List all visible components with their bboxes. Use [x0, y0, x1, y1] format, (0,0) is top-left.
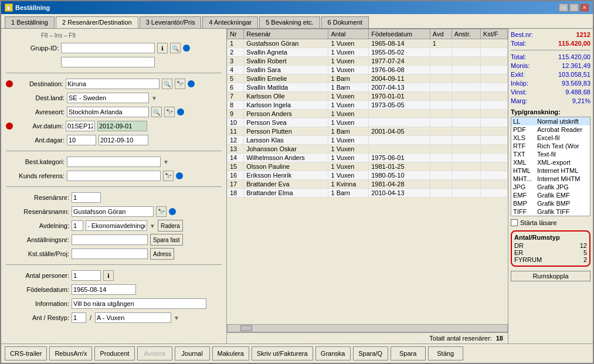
antal-personer-input[interactable]: [72, 270, 101, 281]
kundref-input[interactable]: [67, 171, 161, 181]
type-list-item[interactable]: LLNormal utskrift: [511, 117, 590, 125]
table-row[interactable]: 14 Wilhelmsson Anders 1 Vuxen 1975-06-01: [228, 154, 508, 162]
type-list-item[interactable]: EMFGrafik EMF: [511, 191, 590, 199]
table-row[interactable]: 2 Svallin Agneta 1 Vuxen 1955-05-02: [228, 48, 508, 57]
avreseort-input[interactable]: [67, 107, 149, 117]
close-button[interactable]: ✕: [580, 4, 589, 12]
fodelsedatum-input[interactable]: [72, 284, 136, 295]
adress-button[interactable]: Adress: [150, 248, 174, 260]
avdelning-nr-input[interactable]: [72, 220, 83, 231]
makulera-button[interactable]: Makulera: [212, 346, 249, 360]
skriv-button[interactable]: Skriv ut/Fakturera: [252, 346, 313, 360]
destland-row: Dest.land: ▼: [6, 92, 222, 104]
table-row[interactable]: 4 Svallin Sara 1 Vuxen 1976-06-08: [228, 66, 508, 74]
resenarsnamn-dot: [169, 208, 176, 215]
granska-button[interactable]: Granska: [315, 346, 351, 360]
grupp-id-input[interactable]: [61, 43, 155, 53]
resenarsnr-row: Resenärsnr:: [6, 192, 222, 203]
antdagar-input1[interactable]: [67, 135, 96, 145]
spara-q-button[interactable]: Spara/Q: [353, 346, 388, 360]
rumskoppla-button[interactable]: Rumskoppla: [511, 271, 590, 281]
minimize-button[interactable]: ─: [559, 4, 568, 12]
destination-search-icon[interactable]: 🔍: [162, 79, 172, 89]
avisera-button[interactable]: Avisera: [137, 346, 172, 360]
anstallningsnr-input[interactable]: [72, 234, 148, 245]
avreseort-binocular-icon[interactable]: 🔭: [164, 107, 175, 117]
avdelning-label: Avdelning:: [16, 222, 69, 229]
table-row[interactable]: 3 Svallin Robert 1 Vuxen 1977-07-24: [228, 57, 508, 66]
type-list-item[interactable]: TIFFGrafik TIFF: [511, 207, 590, 216]
tab-anteckningar[interactable]: 4 Anteckningar: [202, 16, 258, 28]
spara-fast-button[interactable]: Spara fast: [150, 234, 183, 246]
right-monis-label: Monis:: [511, 62, 529, 69]
type-list-item[interactable]: MHT...Internet MHTM: [511, 175, 590, 183]
avdelning-desc-input[interactable]: [86, 220, 147, 231]
grupp-id-input2[interactable]: [61, 57, 155, 67]
type-list-item[interactable]: JPGGrafik JPG: [511, 183, 590, 191]
tab-bestallning[interactable]: 1 Beställning: [5, 16, 55, 28]
avreseort-search-icon[interactable]: 🔍: [151, 107, 162, 117]
right-total2-label: Total:: [511, 53, 526, 60]
kundref-row: Kunds referens: 🔭: [6, 170, 222, 182]
table-row[interactable]: 10 Persson Svea 1 Vuxen: [228, 118, 508, 127]
info-icon[interactable]: ℹ: [157, 43, 168, 53]
type-list-item[interactable]: BMPGrafik BMP: [511, 199, 590, 207]
table-row[interactable]: 15 Olsson Pauline 1 Vuxen 1981-01-25: [228, 162, 508, 171]
type-list-item[interactable]: TXTText-fil: [511, 150, 590, 158]
producent-button[interactable]: Producent: [94, 346, 134, 360]
tab-dokument[interactable]: 6 Dokument: [321, 16, 369, 28]
resenarsnr-input[interactable]: [72, 192, 101, 203]
avrdatum-input1[interactable]: [66, 121, 95, 131]
antal-info-icon[interactable]: ℹ: [103, 270, 114, 281]
tab-leverantor[interactable]: 3 Leverantör/Pris: [140, 16, 202, 28]
avrdatum-input2[interactable]: [97, 121, 147, 131]
table-row[interactable]: 8 Karlsson Ingela 1 Vuxen 1973-05-05: [228, 101, 508, 110]
bestkat-input[interactable]: [67, 157, 161, 167]
rebus-arr-button[interactable]: RebusArr/x: [49, 346, 92, 360]
table-row[interactable]: 17 Brattander Eva 1 Kvinna 1981-04-28: [228, 180, 508, 189]
table-row[interactable]: 6 Svallin Matilda 1 Barn 2007-04-13: [228, 83, 508, 92]
table-row[interactable]: 5 Svallin Emelie 1 Barn 2004-09-11: [228, 74, 508, 83]
type-list-item[interactable]: PDFAcrobat Reader: [511, 125, 590, 134]
table-row[interactable]: 11 Persson Plutten 1 Barn 2001-04-05: [228, 127, 508, 136]
start-reader-checkbox[interactable]: [511, 219, 518, 226]
resenarsnamn-binocular-icon[interactable]: 🔭: [156, 206, 167, 217]
table-row[interactable]: 7 Karlsson Olle 1 Vuxen 1970-01-01: [228, 92, 508, 101]
bestkat-label: Best.kategori:: [16, 158, 65, 165]
table-row[interactable]: 13 Johansson Oskar 1 Vuxen: [228, 145, 508, 154]
bottom-toolbar: CRS-trailer RebusArr/x Producent Avisera…: [1, 343, 593, 363]
type-list-item[interactable]: XMLXML-export: [511, 158, 590, 166]
type-list-item[interactable]: RTFRich Text (Wor: [511, 142, 590, 150]
resenarsnamn-input[interactable]: [72, 206, 154, 217]
information-input[interactable]: [72, 298, 206, 309]
type-list-item[interactable]: XLSExcel-fil: [511, 134, 590, 142]
scrollbar-thumb[interactable]: [240, 325, 252, 331]
maximize-button[interactable]: □: [569, 4, 579, 12]
radera-button[interactable]: Radera: [158, 220, 183, 232]
table-row[interactable]: 16 Eriksson Henrik 1 Vuxen 1980-05-10: [228, 171, 508, 180]
right-monis-value: 12.361,49: [562, 62, 590, 69]
kststalle-input[interactable]: [72, 249, 148, 259]
table-scrollbar[interactable]: [227, 324, 508, 332]
type-list-item[interactable]: HTMLInternet HTML: [511, 166, 590, 175]
tab-resenarer[interactable]: 2 Resenärer/Destination: [56, 16, 138, 28]
stang-button[interactable]: Stäng: [428, 346, 463, 360]
table-row[interactable]: 12 Larsson Klas 1 Vuxen: [228, 136, 508, 145]
destland-input[interactable]: [67, 93, 149, 103]
avreseort-label: Avreseort:: [16, 108, 65, 115]
table-row[interactable]: 18 Brattander Elma 1 Barn 2010-04-13: [228, 189, 508, 198]
table-row[interactable]: 1 Gustafsson Göran 1 Vuxen 1965-08-14 1: [228, 39, 508, 48]
journal-button[interactable]: Journal: [175, 346, 210, 360]
crs-trailer-button[interactable]: CRS-trailer: [5, 346, 47, 360]
tab-bevakning[interactable]: 5 Bevakning etc.: [259, 16, 320, 28]
destination-binocular-icon[interactable]: 🔭: [175, 79, 185, 89]
antrestyp-input2[interactable]: [95, 312, 171, 323]
kundref-binocular-icon[interactable]: 🔭: [163, 171, 174, 181]
antrestyp-input1[interactable]: [72, 312, 86, 323]
fodelsedatum-row: Födelsedatum:: [6, 284, 222, 295]
antdagar-input2[interactable]: [99, 135, 148, 145]
table-row[interactable]: 9 Persson Anders 1 Vuxen: [228, 110, 508, 118]
search-icon[interactable]: 🔍: [170, 43, 181, 53]
spara-button[interactable]: Spara: [391, 346, 426, 360]
destination-input[interactable]: [66, 79, 159, 89]
